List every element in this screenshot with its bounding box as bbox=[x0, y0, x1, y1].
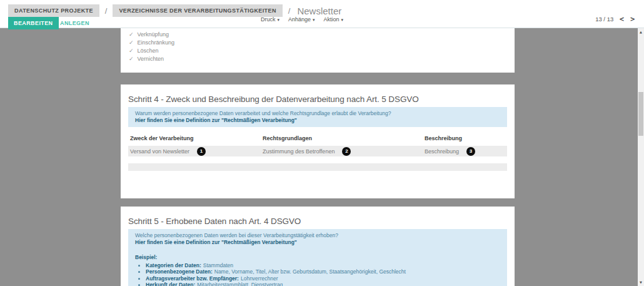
step4-info-question: Warum werden personenbezogene Daten vera… bbox=[135, 110, 500, 117]
check-icon: ✓ bbox=[129, 31, 134, 38]
breadcrumb-item-datenschutz-projekte[interactable]: DATENSCHUTZ PROJEKTE bbox=[8, 4, 99, 17]
scroll-down-button[interactable]: ▼ bbox=[638, 278, 644, 286]
column-header-zweck: Zweck der Verarbeitung bbox=[130, 135, 263, 141]
table-cell-zweck: Versand von Newsletter 1 bbox=[130, 147, 263, 156]
check-icon: ✓ bbox=[129, 56, 134, 62]
step4-card: Schritt 4 - Zweck und Beschreibung der D… bbox=[121, 84, 515, 198]
step4-title: Schritt 4 - Zweck und Beschreibung der D… bbox=[128, 94, 507, 104]
marker-badge-1: 1 bbox=[197, 147, 206, 156]
check-icon: ✓ bbox=[129, 39, 134, 46]
menu-aktion-label: Aktion bbox=[324, 16, 340, 23]
breadcrumb-separator: / bbox=[288, 6, 291, 16]
create-button[interactable]: ANLEGEN bbox=[56, 17, 93, 29]
step4-table: Zweck der Verarbeitung Rechtsgrundlagen … bbox=[128, 135, 507, 156]
chevron-right-icon[interactable]: > bbox=[630, 16, 635, 23]
menu-aktion[interactable]: Aktion ▾ bbox=[324, 16, 344, 23]
chevron-down-icon: ▾ bbox=[341, 18, 344, 22]
table-cell-beschreibung: Beschreibung 3 bbox=[425, 147, 507, 156]
table-row: Versand von Newsletter 1 Zustimmung des … bbox=[128, 146, 507, 156]
step5-card: Schritt 5 - Erhobene Daten nach Art. 4 D… bbox=[121, 207, 515, 286]
checklist-item-label: Verknüpfung bbox=[138, 31, 169, 38]
vertical-scrollbar[interactable]: ▲ ▼ bbox=[638, 28, 644, 286]
menu-anhaenge-label: Anhänge bbox=[288, 16, 311, 23]
menu-anhaenge[interactable]: Anhänge ▾ bbox=[288, 16, 315, 23]
example-item-label: Herkunft der Daten: bbox=[146, 282, 195, 286]
example-item-value: Stammdaten bbox=[203, 262, 233, 268]
menu-druck-label: Druck bbox=[261, 16, 276, 23]
step5-info-box: Welche personenbezogenen Daten werden be… bbox=[128, 229, 507, 286]
example-item: Auftragsverarbeiter bzw. Empfänger:Lohnv… bbox=[146, 275, 500, 282]
example-item-value: Mitarbeiterstammblatt, Dienstvertrag bbox=[197, 282, 283, 286]
checklist-item-label: Einschränkung bbox=[138, 39, 175, 46]
column-header-beschreibung: Beschreibung bbox=[425, 135, 507, 141]
example-item: Herkunft der Daten:Mitarbeiterstammblatt… bbox=[146, 282, 500, 286]
chevron-down-icon: ▾ bbox=[278, 18, 280, 22]
breadcrumb-item-verzeichnisse[interactable]: VERZEICHNISSE DER VERARBEITUNGSTÄTIGKEIT… bbox=[113, 4, 282, 17]
table-cell-rechtsgrundlage: Zustimmung des Betroffenen 2 bbox=[263, 147, 425, 156]
checklist-item-label: Vernichten bbox=[138, 56, 164, 62]
step4-info-definition-link: Hier finden Sie eine Definition zur "Rec… bbox=[135, 117, 500, 124]
menu-druck[interactable]: Druck ▾ bbox=[261, 16, 279, 23]
checklist-item-label: Löschen bbox=[138, 48, 159, 54]
step5-info-question: Welche personenbezogenen Daten werden be… bbox=[135, 232, 500, 239]
example-item-value: Lohnverrechner bbox=[241, 275, 278, 282]
example-item-label: Auftragsverarbeiter bzw. Empfänger: bbox=[146, 275, 239, 282]
step5-info-definition-link: Hier finden Sie eine Definition zur "Rec… bbox=[135, 239, 500, 246]
breadcrumb: DATENSCHUTZ PROJEKTE / VERZEICHNISSE DER… bbox=[8, 4, 341, 17]
page-title: Newsletter bbox=[297, 6, 341, 16]
checklist-item: ✓ Einschränkung bbox=[129, 38, 515, 46]
edit-button[interactable]: BEARBEITEN bbox=[8, 17, 59, 29]
breadcrumb-separator: / bbox=[105, 6, 108, 16]
cell-value: Zustimmung des Betroffenen bbox=[263, 148, 335, 155]
empty-table-row bbox=[128, 163, 507, 171]
cell-value: Versand von Newsletter bbox=[130, 148, 189, 155]
toolbar-menus: Druck ▾ Anhänge ▾ Aktion ▾ bbox=[261, 16, 343, 23]
page-indicator: 13 / 13 bbox=[595, 16, 613, 23]
example-item-value: Name, Vorname, Titel, Alter bzw. Geburts… bbox=[214, 268, 406, 275]
example-list: Kategorien der Daten:Stammdaten Personen… bbox=[135, 262, 500, 286]
checklist-item: ✓ Löschen bbox=[129, 46, 515, 54]
example-item-label: Kategorien der Daten: bbox=[146, 262, 201, 268]
marker-badge-2: 2 bbox=[342, 147, 351, 156]
scrollbar-thumb[interactable] bbox=[638, 92, 643, 136]
check-icon: ✓ bbox=[129, 48, 134, 54]
example-item-label: Personenbezogene Daten: bbox=[146, 268, 213, 275]
example-label: Beispiel: bbox=[135, 254, 500, 261]
chevron-left-icon[interactable]: < bbox=[619, 16, 624, 23]
example-item: Personenbezogene Daten:Name, Vorname, Ti… bbox=[146, 268, 500, 275]
arrow-up-icon: ▲ bbox=[640, 30, 642, 34]
checklist-item: ✓ Verknüpfung bbox=[129, 30, 515, 38]
column-header-rechtsgrundlagen: Rechtsgrundlagen bbox=[263, 135, 425, 141]
checklist-item: ✓ Vernichten bbox=[129, 54, 515, 63]
example-item: Kategorien der Daten:Stammdaten bbox=[146, 262, 500, 269]
chevron-down-icon: ▾ bbox=[313, 18, 315, 22]
scroll-up-button[interactable]: ▲ bbox=[638, 28, 644, 36]
example-block: Beispiel: Kategorien der Daten:Stammdate… bbox=[135, 254, 500, 286]
pagination: 13 / 13 < > bbox=[595, 16, 635, 23]
checklist-card: ✓ Verknüpfung ✓ Einschränkung ✓ Löschen … bbox=[121, 28, 515, 73]
checklist: ✓ Verknüpfung ✓ Einschränkung ✓ Löschen … bbox=[121, 28, 515, 63]
cell-value: Beschreibung bbox=[425, 148, 459, 155]
marker-badge-3: 3 bbox=[466, 147, 475, 156]
step5-title: Schritt 5 - Erhobene Daten nach Art. 4 D… bbox=[128, 217, 507, 226]
top-bar: DATENSCHUTZ PROJEKTE / VERZEICHNISSE DER… bbox=[0, 0, 644, 28]
step4-info-box: Warum werden personenbezogene Daten vera… bbox=[128, 107, 507, 127]
table-header-row: Zweck der Verarbeitung Rechtsgrundlagen … bbox=[128, 135, 507, 146]
arrow-down-icon: ▼ bbox=[640, 280, 642, 284]
